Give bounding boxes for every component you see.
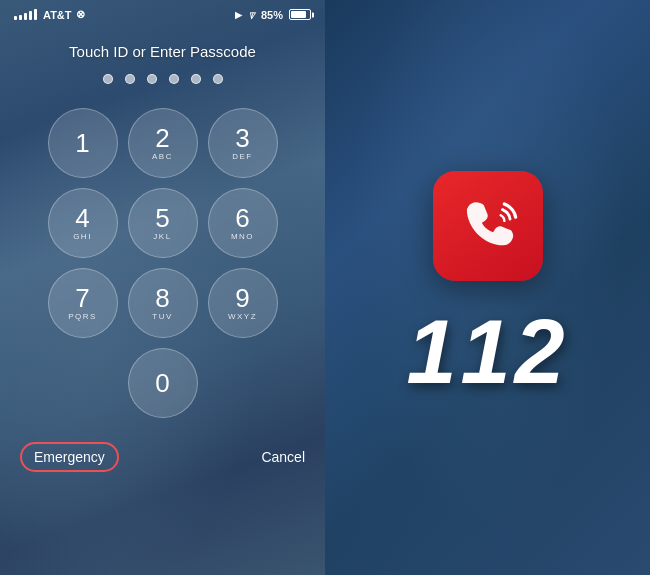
signal-bar-2 xyxy=(19,15,22,20)
battery-icon xyxy=(289,9,311,20)
passcode-dot-4 xyxy=(169,74,179,84)
emergency-panel: 112 xyxy=(325,0,650,575)
numpad-key-2-letters: ABC xyxy=(152,152,173,161)
location-icon: ▶ xyxy=(235,10,242,20)
passcode-dots xyxy=(103,74,223,84)
emergency-button[interactable]: Emergency xyxy=(20,442,119,472)
passcode-dot-5 xyxy=(191,74,201,84)
status-right: ▶ ⍒ 85% xyxy=(235,9,311,21)
status-left: AT&T ⊗ xyxy=(14,8,85,21)
numpad-key-2-digit: 2 xyxy=(155,125,169,151)
passcode-dot-1 xyxy=(103,74,113,84)
numpad-key-2[interactable]: 2 ABC xyxy=(128,108,198,178)
numpad-key-6-letters: MNO xyxy=(231,232,254,241)
status-bar: AT&T ⊗ ▶ ⍒ 85% xyxy=(0,0,325,25)
numpad-key-9[interactable]: 9 WXYZ xyxy=(208,268,278,338)
signal-bar-1 xyxy=(14,16,17,20)
signal-bar-3 xyxy=(24,13,27,20)
numpad-key-5-letters: JKL xyxy=(153,232,171,241)
numpad-key-3-digit: 3 xyxy=(235,125,249,151)
carrier-name: AT&T xyxy=(43,9,72,21)
phone-icon-svg xyxy=(450,189,525,264)
emergency-number: 112 xyxy=(406,301,568,404)
numpad-key-0-digit: 0 xyxy=(155,370,169,396)
numpad-key-6-digit: 6 xyxy=(235,205,249,231)
numpad: 1 2 ABC 3 DEF 4 GHI 5 JKL 6 MNO 7 PQRS 8… xyxy=(48,108,278,418)
lock-screen: AT&T ⊗ ▶ ⍒ 85% Touch ID or Enter Passcod… xyxy=(0,0,325,575)
passcode-dot-6 xyxy=(213,74,223,84)
cancel-button[interactable]: Cancel xyxy=(261,449,305,465)
bluetooth-icon: ⍒ xyxy=(248,9,255,21)
numpad-key-1[interactable]: 1 xyxy=(48,108,118,178)
numpad-key-8-letters: TUV xyxy=(152,312,173,321)
numpad-key-1-digit: 1 xyxy=(75,130,89,156)
numpad-key-7-letters: PQRS xyxy=(68,312,97,321)
bottom-bar: Emergency Cancel xyxy=(0,428,325,486)
wifi-icon: ⊗ xyxy=(76,8,85,21)
passcode-title: Touch ID or Enter Passcode xyxy=(69,43,256,60)
signal-bars xyxy=(14,9,37,20)
numpad-key-4[interactable]: 4 GHI xyxy=(48,188,118,258)
numpad-key-9-letters: WXYZ xyxy=(228,312,257,321)
signal-bar-5 xyxy=(34,9,37,20)
numpad-key-9-digit: 9 xyxy=(235,285,249,311)
battery-percent: 85% xyxy=(261,9,283,21)
numpad-key-7-digit: 7 xyxy=(75,285,89,311)
passcode-dot-2 xyxy=(125,74,135,84)
numpad-key-8[interactable]: 8 TUV xyxy=(128,268,198,338)
numpad-key-3-letters: DEF xyxy=(232,152,253,161)
numpad-key-5[interactable]: 5 JKL xyxy=(128,188,198,258)
numpad-key-3[interactable]: 3 DEF xyxy=(208,108,278,178)
numpad-key-6[interactable]: 6 MNO xyxy=(208,188,278,258)
numpad-key-4-letters: GHI xyxy=(73,232,92,241)
phone-app-icon xyxy=(433,171,543,281)
numpad-key-4-digit: 4 xyxy=(75,205,89,231)
numpad-key-7[interactable]: 7 PQRS xyxy=(48,268,118,338)
signal-bar-4 xyxy=(29,11,32,20)
numpad-key-5-digit: 5 xyxy=(155,205,169,231)
numpad-key-8-digit: 8 xyxy=(155,285,169,311)
numpad-key-0[interactable]: 0 xyxy=(128,348,198,418)
passcode-dot-3 xyxy=(147,74,157,84)
